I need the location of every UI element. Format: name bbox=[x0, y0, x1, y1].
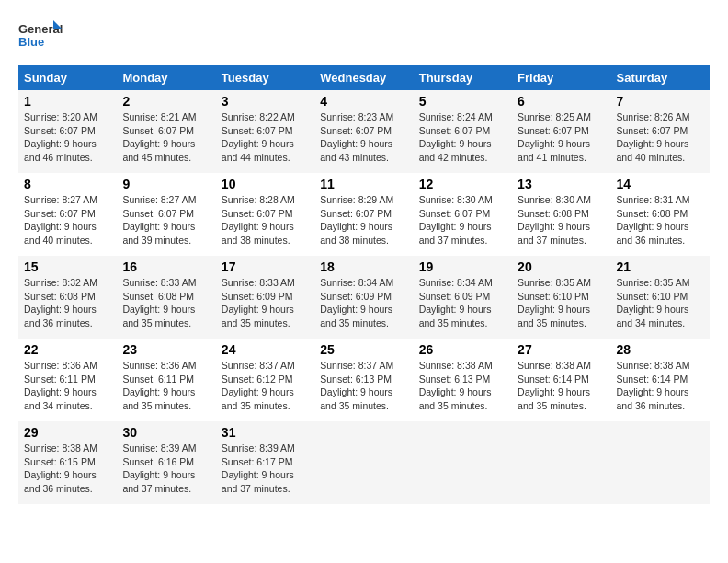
week-row-4: 22Sunrise: 8:36 AMSunset: 6:11 PMDayligh… bbox=[18, 339, 710, 421]
day-number: 30 bbox=[122, 425, 210, 440]
calendar-cell: 16Sunrise: 8:33 AMSunset: 6:08 PMDayligh… bbox=[117, 256, 215, 339]
day-number: 2 bbox=[122, 94, 210, 109]
col-header-thursday: Thursday bbox=[414, 65, 512, 90]
day-info: Sunrise: 8:34 AMSunset: 6:09 PMDaylight:… bbox=[320, 276, 407, 330]
calendar-cell: 27Sunrise: 8:38 AMSunset: 6:14 PMDayligh… bbox=[512, 339, 610, 421]
calendar-cell: 13Sunrise: 8:30 AMSunset: 6:08 PMDayligh… bbox=[512, 173, 610, 256]
day-info: Sunrise: 8:27 AMSunset: 6:07 PMDaylight:… bbox=[122, 193, 210, 247]
calendar-cell: 1Sunrise: 8:20 AMSunset: 6:07 PMDaylight… bbox=[18, 90, 117, 173]
calendar-cell: 29Sunrise: 8:38 AMSunset: 6:15 PMDayligh… bbox=[18, 421, 117, 504]
day-info: Sunrise: 8:22 AMSunset: 6:07 PMDaylight:… bbox=[222, 110, 309, 165]
day-number: 31 bbox=[222, 425, 309, 440]
calendar-cell: 5Sunrise: 8:24 AMSunset: 6:07 PMDaylight… bbox=[414, 90, 512, 173]
calendar-cell: 4Sunrise: 8:23 AMSunset: 6:07 PMDaylight… bbox=[314, 90, 413, 173]
week-row-3: 15Sunrise: 8:32 AMSunset: 6:08 PMDayligh… bbox=[18, 256, 710, 339]
calendar-cell: 14Sunrise: 8:31 AMSunset: 6:08 PMDayligh… bbox=[611, 173, 710, 256]
day-number: 8 bbox=[24, 177, 111, 191]
calendar-cell: 22Sunrise: 8:36 AMSunset: 6:11 PMDayligh… bbox=[18, 339, 117, 421]
day-number: 3 bbox=[222, 94, 309, 109]
calendar-cell: 23Sunrise: 8:36 AMSunset: 6:11 PMDayligh… bbox=[117, 339, 215, 421]
calendar-cell: 8Sunrise: 8:27 AMSunset: 6:07 PMDaylight… bbox=[18, 173, 117, 256]
day-number: 24 bbox=[222, 342, 309, 357]
calendar-cell: 3Sunrise: 8:22 AMSunset: 6:07 PMDaylight… bbox=[216, 90, 314, 173]
day-info: Sunrise: 8:20 AMSunset: 6:07 PMDaylight:… bbox=[24, 110, 111, 165]
day-number: 17 bbox=[222, 259, 309, 274]
day-info: Sunrise: 8:36 AMSunset: 6:11 PMDaylight:… bbox=[24, 359, 111, 413]
day-number: 11 bbox=[320, 177, 407, 191]
day-info: Sunrise: 8:32 AMSunset: 6:08 PMDaylight:… bbox=[24, 276, 111, 330]
day-number: 22 bbox=[24, 342, 111, 357]
day-info: Sunrise: 8:24 AMSunset: 6:07 PMDaylight:… bbox=[419, 110, 506, 165]
calendar-cell: 21Sunrise: 8:35 AMSunset: 6:10 PMDayligh… bbox=[611, 256, 710, 339]
day-info: Sunrise: 8:28 AMSunset: 6:07 PMDaylight:… bbox=[222, 193, 309, 247]
calendar-cell: 28Sunrise: 8:38 AMSunset: 6:14 PMDayligh… bbox=[611, 339, 710, 421]
day-info: Sunrise: 8:33 AMSunset: 6:08 PMDaylight:… bbox=[122, 276, 210, 330]
col-header-monday: Monday bbox=[117, 65, 215, 90]
header-row: SundayMondayTuesdayWednesdayThursdayFrid… bbox=[18, 65, 710, 90]
day-number: 29 bbox=[24, 425, 111, 440]
day-number: 10 bbox=[222, 177, 309, 191]
col-header-friday: Friday bbox=[512, 65, 610, 90]
calendar-cell: 10Sunrise: 8:28 AMSunset: 6:07 PMDayligh… bbox=[216, 173, 314, 256]
day-number: 18 bbox=[320, 259, 407, 274]
day-number: 28 bbox=[617, 342, 704, 357]
day-number: 26 bbox=[419, 342, 506, 357]
day-number: 12 bbox=[419, 177, 506, 191]
day-number: 23 bbox=[122, 342, 210, 357]
day-info: Sunrise: 8:35 AMSunset: 6:10 PMDaylight:… bbox=[518, 276, 605, 330]
calendar-table: SundayMondayTuesdayWednesdayThursdayFrid… bbox=[18, 65, 710, 504]
calendar-cell bbox=[414, 421, 512, 504]
day-number: 6 bbox=[518, 94, 605, 109]
day-info: Sunrise: 8:35 AMSunset: 6:10 PMDaylight:… bbox=[617, 276, 704, 330]
day-number: 21 bbox=[617, 259, 704, 274]
day-info: Sunrise: 8:21 AMSunset: 6:07 PMDaylight:… bbox=[122, 110, 210, 165]
col-header-saturday: Saturday bbox=[611, 65, 710, 90]
calendar-cell: 19Sunrise: 8:34 AMSunset: 6:09 PMDayligh… bbox=[414, 256, 512, 339]
calendar-cell: 6Sunrise: 8:25 AMSunset: 6:07 PMDaylight… bbox=[512, 90, 610, 173]
day-info: Sunrise: 8:38 AMSunset: 6:14 PMDaylight:… bbox=[617, 359, 704, 413]
calendar-cell: 9Sunrise: 8:27 AMSunset: 6:07 PMDaylight… bbox=[117, 173, 215, 256]
day-number: 16 bbox=[122, 259, 210, 274]
calendar-cell: 11Sunrise: 8:29 AMSunset: 6:07 PMDayligh… bbox=[314, 173, 413, 256]
day-info: Sunrise: 8:23 AMSunset: 6:07 PMDaylight:… bbox=[320, 110, 407, 165]
day-info: Sunrise: 8:38 AMSunset: 6:14 PMDaylight:… bbox=[518, 359, 605, 413]
calendar-cell: 26Sunrise: 8:38 AMSunset: 6:13 PMDayligh… bbox=[414, 339, 512, 421]
calendar-cell: 2Sunrise: 8:21 AMSunset: 6:07 PMDaylight… bbox=[117, 90, 215, 173]
calendar-cell bbox=[512, 421, 610, 504]
col-header-tuesday: Tuesday bbox=[216, 65, 314, 90]
day-info: Sunrise: 8:33 AMSunset: 6:09 PMDaylight:… bbox=[222, 276, 309, 330]
day-number: 9 bbox=[122, 177, 210, 191]
calendar-cell: 25Sunrise: 8:37 AMSunset: 6:13 PMDayligh… bbox=[314, 339, 413, 421]
day-number: 25 bbox=[320, 342, 407, 357]
day-info: Sunrise: 8:26 AMSunset: 6:07 PMDaylight:… bbox=[617, 110, 704, 165]
calendar-cell: 18Sunrise: 8:34 AMSunset: 6:09 PMDayligh… bbox=[314, 256, 413, 339]
svg-text:Blue: Blue bbox=[18, 35, 44, 49]
day-info: Sunrise: 8:31 AMSunset: 6:08 PMDaylight:… bbox=[617, 193, 704, 247]
calendar-cell: 17Sunrise: 8:33 AMSunset: 6:09 PMDayligh… bbox=[216, 256, 314, 339]
logo: General Blue bbox=[18, 18, 64, 60]
week-row-5: 29Sunrise: 8:38 AMSunset: 6:15 PMDayligh… bbox=[18, 421, 710, 504]
day-info: Sunrise: 8:38 AMSunset: 6:13 PMDaylight:… bbox=[419, 359, 506, 413]
day-info: Sunrise: 8:36 AMSunset: 6:11 PMDaylight:… bbox=[122, 359, 210, 413]
day-number: 20 bbox=[518, 259, 605, 274]
day-number: 1 bbox=[24, 94, 111, 109]
day-number: 14 bbox=[617, 177, 704, 191]
col-header-sunday: Sunday bbox=[18, 65, 117, 90]
calendar-cell bbox=[314, 421, 413, 504]
day-info: Sunrise: 8:29 AMSunset: 6:07 PMDaylight:… bbox=[320, 193, 407, 247]
day-number: 13 bbox=[518, 177, 605, 191]
day-number: 7 bbox=[617, 94, 704, 109]
header: General Blue bbox=[18, 18, 710, 60]
day-number: 4 bbox=[320, 94, 407, 109]
day-info: Sunrise: 8:39 AMSunset: 6:16 PMDaylight:… bbox=[122, 442, 210, 496]
day-number: 27 bbox=[518, 342, 605, 357]
week-row-2: 8Sunrise: 8:27 AMSunset: 6:07 PMDaylight… bbox=[18, 173, 710, 256]
day-info: Sunrise: 8:37 AMSunset: 6:12 PMDaylight:… bbox=[222, 359, 309, 413]
calendar-cell: 30Sunrise: 8:39 AMSunset: 6:16 PMDayligh… bbox=[117, 421, 215, 504]
day-number: 19 bbox=[419, 259, 506, 274]
logo-svg: General Blue bbox=[18, 18, 64, 60]
calendar-cell: 24Sunrise: 8:37 AMSunset: 6:12 PMDayligh… bbox=[216, 339, 314, 421]
day-info: Sunrise: 8:30 AMSunset: 6:07 PMDaylight:… bbox=[419, 193, 506, 247]
day-info: Sunrise: 8:34 AMSunset: 6:09 PMDaylight:… bbox=[419, 276, 506, 330]
day-number: 15 bbox=[24, 259, 111, 274]
